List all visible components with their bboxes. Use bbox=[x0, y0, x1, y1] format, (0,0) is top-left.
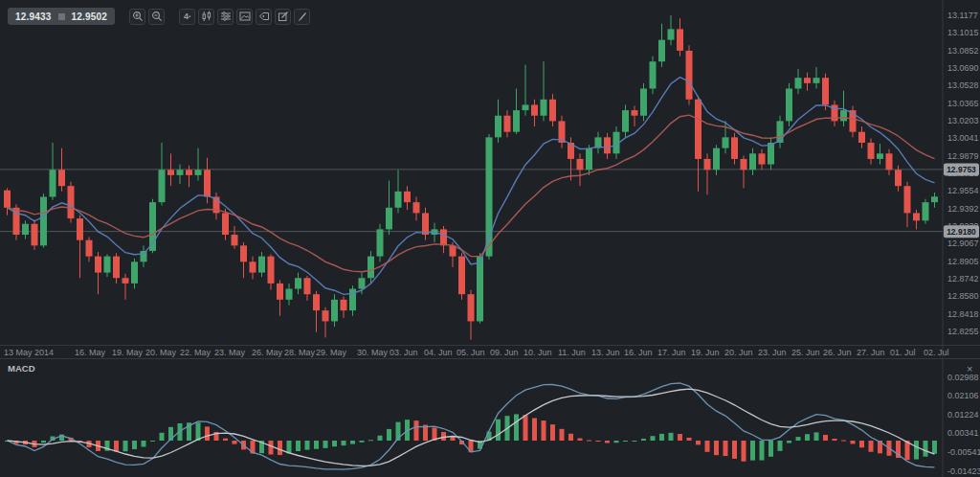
time-axis-label[interactable]: 19. May bbox=[112, 348, 144, 357]
candle bbox=[213, 193, 220, 219]
time-axis-label[interactable]: 13 May 2014 bbox=[4, 348, 54, 357]
time-axis-label[interactable]: 29. May bbox=[316, 348, 347, 357]
time-axis-label[interactable]: 09. Jun bbox=[490, 348, 519, 357]
price-chart-canvas[interactable]: 13.117713.101513.085213.069013.052813.03… bbox=[0, 0, 980, 359]
candle bbox=[113, 253, 120, 284]
candle bbox=[440, 226, 447, 253]
candle bbox=[877, 144, 883, 164]
macd-histogram-bar bbox=[851, 441, 856, 443]
price-axis-label: 12.8905 bbox=[947, 257, 979, 266]
macd-panel-canvas[interactable]: 0.029880.021060.012240.00341-0.00541-0.0… bbox=[0, 359, 980, 477]
macd-histogram-bar bbox=[196, 422, 201, 441]
macd-histogram-bar bbox=[605, 441, 610, 443]
time-axis-label[interactable]: 25. Jun bbox=[791, 348, 820, 357]
candle bbox=[723, 121, 729, 153]
snapshot-button[interactable] bbox=[236, 9, 253, 25]
time-axis-label[interactable]: 13. Jun bbox=[591, 348, 620, 357]
time-axis-label[interactable]: 03. Jun bbox=[390, 348, 418, 357]
time-axis-label[interactable]: 28. May bbox=[284, 348, 316, 357]
price-tag[interactable]: 12.9753 bbox=[944, 163, 979, 175]
zoom-in-button[interactable] bbox=[129, 9, 145, 25]
zoom-out-button[interactable] bbox=[148, 9, 165, 25]
timeframe-button[interactable]: 4▪ bbox=[179, 9, 195, 25]
price-axis-label: 12.9067 bbox=[947, 238, 979, 248]
photo-icon bbox=[239, 11, 251, 22]
trading-chart-window: 13.117713.101513.085213.069013.052813.03… bbox=[0, 0, 980, 477]
price-tag-button[interactable] bbox=[256, 9, 272, 25]
candle bbox=[595, 132, 602, 154]
time-axis-label[interactable]: 04. Jun bbox=[424, 348, 453, 357]
time-axis-label[interactable]: 23. Jun bbox=[758, 348, 787, 357]
candle bbox=[95, 252, 101, 294]
candle bbox=[658, 24, 665, 67]
candle bbox=[704, 153, 711, 194]
candle bbox=[677, 18, 683, 57]
macd-histogram-bar bbox=[441, 432, 446, 441]
time-axis-label[interactable]: 30. May bbox=[357, 348, 389, 357]
candle bbox=[622, 104, 629, 137]
time-axis-label[interactable]: 23. May bbox=[214, 348, 246, 357]
macd-histogram-bar bbox=[742, 441, 746, 462]
time-axis-label[interactable]: 27. Jun bbox=[857, 348, 885, 357]
macd-histogram-bar bbox=[142, 441, 146, 447]
time-axis-label[interactable]: 01. Jul bbox=[890, 348, 916, 357]
time-axis-label[interactable]: 26. May bbox=[252, 348, 283, 357]
candle bbox=[32, 219, 38, 250]
time-axis-label[interactable]: 16. May bbox=[75, 348, 106, 357]
time-axis-label[interactable]: 11. Jun bbox=[558, 348, 586, 357]
macd-histogram-bar bbox=[342, 441, 346, 445]
candle bbox=[777, 116, 784, 148]
price-axis-label: 13.0365 bbox=[947, 99, 979, 108]
candle bbox=[104, 254, 111, 277]
time-axis-label[interactable]: 20. May bbox=[145, 348, 177, 357]
price-axis-label: 13.0041 bbox=[947, 133, 979, 143]
macd-histogram-bar bbox=[350, 441, 355, 444]
candle bbox=[931, 193, 938, 208]
macd-axis-label: 0.00341 bbox=[947, 428, 979, 438]
macd-histogram-bar bbox=[205, 426, 210, 441]
price-axis-label: 12.9879 bbox=[947, 151, 979, 161]
macd-histogram-bar bbox=[305, 441, 310, 450]
macd-histogram-bar bbox=[514, 414, 519, 441]
macd-histogram-bar bbox=[760, 441, 765, 461]
candle bbox=[386, 181, 392, 235]
candle bbox=[122, 274, 129, 300]
macd-close-icon[interactable]: × bbox=[967, 363, 972, 375]
time-axis-label[interactable]: 26. Jun bbox=[823, 348, 852, 357]
candle bbox=[186, 166, 192, 188]
candle bbox=[349, 285, 356, 316]
macd-histogram-bar bbox=[123, 441, 128, 451]
time-axis-label[interactable]: 02. Jul bbox=[924, 348, 949, 357]
draw-button[interactable] bbox=[294, 9, 310, 25]
macd-histogram-bar bbox=[278, 441, 282, 455]
macd-histogram-bar bbox=[314, 441, 319, 449]
time-axis-label[interactable]: 16. Jun bbox=[624, 348, 653, 357]
candle bbox=[195, 148, 202, 181]
macd-histogram-bar bbox=[750, 441, 755, 461]
time-axis-label[interactable]: 20. Jun bbox=[724, 348, 753, 357]
macd-histogram-bar bbox=[596, 441, 601, 442]
candle bbox=[513, 88, 520, 133]
time-axis-label[interactable]: 10. Jun bbox=[523, 348, 552, 357]
timeframe-unit-dot: ▪ bbox=[189, 13, 190, 19]
time-axis-label[interactable]: 19. Jun bbox=[691, 348, 720, 357]
price-tag[interactable]: 12.9180 bbox=[944, 225, 979, 238]
macd-axis-label: -0.00541 bbox=[947, 447, 980, 457]
macd-histogram-bar bbox=[269, 441, 274, 455]
candle bbox=[559, 116, 566, 148]
candle bbox=[686, 45, 693, 104]
time-axis-label[interactable]: 22. May bbox=[180, 348, 212, 357]
edit-notes-button[interactable] bbox=[275, 9, 291, 25]
candle bbox=[58, 148, 65, 192]
indicator-settings-button[interactable] bbox=[217, 9, 234, 25]
macd-histogram-bar bbox=[924, 441, 928, 457]
time-axis-label[interactable]: 17. Jun bbox=[657, 348, 686, 357]
candle bbox=[304, 276, 311, 301]
candle bbox=[250, 257, 256, 280]
chart-type-button[interactable] bbox=[198, 9, 214, 25]
time-axis-label[interactable]: 05. Jun bbox=[457, 348, 485, 357]
price-axis-label: 13.0203 bbox=[947, 116, 979, 125]
macd-histogram-bar bbox=[859, 441, 864, 447]
macd-histogram-bar bbox=[669, 433, 674, 441]
macd-histogram-bar bbox=[287, 441, 292, 453]
